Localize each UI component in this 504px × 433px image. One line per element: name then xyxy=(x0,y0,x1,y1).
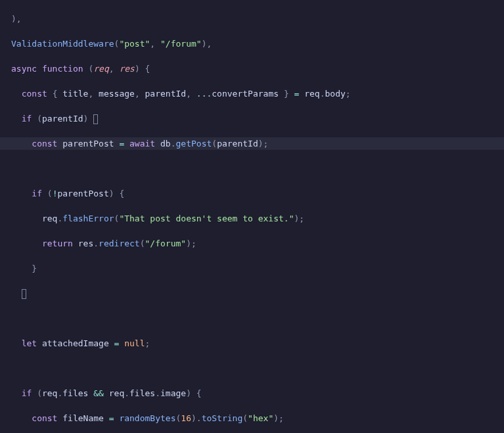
code-line: if (!parentPost) { xyxy=(11,187,504,200)
code-line: if (parentId) xyxy=(11,112,504,125)
code-line xyxy=(11,312,504,325)
code-line: ValidationMiddleware("post", "/forum"), xyxy=(11,37,504,50)
code-line: async function (req, res) { xyxy=(11,62,504,75)
code-line: let attachedImage = null; xyxy=(11,337,504,350)
code-line-highlighted: const parentPost = await db.getPost(pare… xyxy=(0,137,504,150)
code-line: if (req.files && req.files.image) { xyxy=(11,387,504,399)
code-line xyxy=(11,362,504,375)
cursor xyxy=(22,289,26,299)
code-line: req.flashError("That post doesn't seem t… xyxy=(11,212,504,225)
code-line: ), xyxy=(11,12,504,25)
code-line: return res.redirect("/forum"); xyxy=(11,237,504,250)
code-line: } xyxy=(11,262,504,275)
code-line xyxy=(11,287,504,300)
code-editor[interactable]: ), ValidationMiddleware("post", "/forum"… xyxy=(0,0,504,433)
code-line xyxy=(11,162,504,175)
cursor xyxy=(93,114,98,124)
code-line: const { title, message, parentId, ...con… xyxy=(11,87,504,100)
code-line: const fileName = randomBytes(16).toStrin… xyxy=(11,412,504,424)
